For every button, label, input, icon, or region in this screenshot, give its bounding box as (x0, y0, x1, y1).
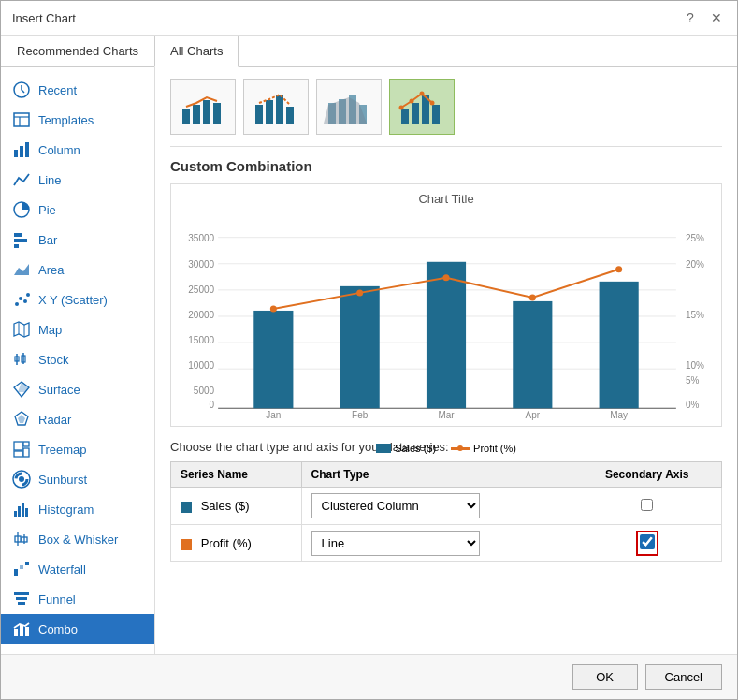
sidebar-item-line[interactable]: Line (1, 165, 154, 195)
profit-chart-type-select[interactable]: Clustered Column Line Stacked Column Are… (311, 531, 480, 556)
svg-rect-44 (25, 562, 29, 565)
main-panel: Custom Combination Chart Title 35000 300… (155, 67, 737, 654)
sidebar-item-recent[interactable]: Recent (1, 75, 154, 105)
svg-text:10%: 10% (686, 360, 704, 371)
area-icon (12, 260, 31, 279)
svg-marker-16 (14, 322, 29, 337)
map-icon (12, 320, 31, 339)
svg-text:30000: 30000 (188, 259, 214, 270)
combo-type-custom-button[interactable] (389, 79, 455, 135)
svg-text:0%: 0% (686, 400, 700, 410)
box-whisker-icon (12, 530, 31, 548)
svg-rect-37 (25, 508, 28, 517)
svg-rect-49 (20, 625, 23, 636)
close-button[interactable]: ✕ (707, 8, 726, 27)
combo-type-3-button[interactable] (316, 79, 382, 135)
waterfall-icon (12, 560, 31, 578)
sidebar-label-histogram: Histogram (38, 503, 94, 517)
sidebar-item-area[interactable]: Area (1, 255, 154, 284)
dialog-title: Insert Chart (12, 11, 76, 25)
chart-section-title: Custom Combination (170, 158, 722, 174)
sidebar-item-stock[interactable]: Stock (1, 344, 154, 374)
svg-rect-58 (286, 107, 294, 124)
sidebar-item-radar[interactable]: Radar (1, 404, 154, 434)
chart-title: Chart Title (179, 192, 714, 206)
svg-text:35000: 35000 (188, 233, 214, 243)
sidebar-label-surface: Surface (38, 383, 80, 397)
sidebar-item-box-whisker[interactable]: Box & Whisker (1, 524, 154, 554)
sidebar-item-combo[interactable]: Combo (1, 614, 154, 644)
bar-mar (427, 262, 466, 409)
svg-text:Jan: Jan (266, 410, 281, 420)
sidebar-item-waterfall[interactable]: Waterfall (1, 554, 154, 584)
bar-jan (253, 311, 293, 408)
chart-preview: Chart Title 35000 30000 25000 20000 1500… (170, 183, 722, 427)
sidebar-item-bar[interactable]: Bar (1, 225, 154, 255)
sidebar-item-surface[interactable]: Surface (1, 374, 154, 404)
sidebar-item-pie[interactable]: Pie (1, 195, 154, 225)
sidebar-label-xy-scatter: X Y (Scatter) (38, 293, 108, 307)
svg-text:20%: 20% (686, 259, 704, 270)
sidebar-item-funnel[interactable]: Funnel (1, 584, 154, 614)
sidebar-item-xy-scatter[interactable]: X Y (Scatter) (1, 284, 154, 314)
svg-rect-47 (18, 602, 25, 605)
sidebar-label-box-whisker: Box & Whisker (38, 532, 118, 547)
funnel-icon (12, 590, 31, 608)
svg-text:20000: 20000 (188, 310, 214, 320)
title-bar: Insert Chart ? ✕ (1, 1, 737, 36)
sidebar: Recent Templates Column Line (1, 67, 155, 654)
legend-sales: Sales ($) (376, 443, 436, 454)
sales-secondary-axis-checkbox[interactable] (641, 499, 653, 511)
recent-icon (12, 80, 31, 99)
svg-point-69 (409, 98, 413, 103)
column-icon (12, 140, 31, 159)
sidebar-item-histogram[interactable]: Histogram (1, 494, 154, 524)
svg-rect-64 (401, 109, 409, 124)
sidebar-label-waterfall: Waterfall (38, 562, 86, 576)
svg-rect-9 (14, 239, 27, 242)
sidebar-label-combo: Combo (38, 622, 78, 636)
sidebar-item-map[interactable]: Map (1, 314, 154, 344)
sidebar-item-column[interactable]: Column (1, 135, 154, 165)
ok-button[interactable]: OK (572, 664, 638, 690)
sidebar-item-treemap[interactable]: Treemap (1, 434, 154, 464)
tab-all-charts[interactable]: All Charts (154, 36, 239, 67)
combo-type-1-button[interactable] (170, 79, 236, 135)
svg-point-15 (26, 293, 30, 297)
sidebar-label-bar: Bar (38, 233, 57, 247)
svg-rect-5 (20, 146, 23, 157)
cancel-button[interactable]: Cancel (645, 664, 722, 690)
help-button[interactable]: ? (681, 8, 700, 27)
combo-type-2-button[interactable] (243, 79, 309, 135)
sidebar-item-sunburst[interactable]: Sunburst (1, 464, 154, 494)
sales-chart-type-select[interactable]: Clustered Column Line Stacked Column Are… (311, 493, 480, 518)
svg-text:5%: 5% (686, 375, 700, 386)
profit-series-label: Profit (%) (201, 536, 252, 550)
sidebar-label-templates: Templates (38, 113, 94, 127)
svg-rect-65 (412, 103, 419, 124)
bar-feb (340, 286, 380, 408)
svg-rect-52 (193, 105, 200, 124)
sidebar-label-sunburst: Sunburst (38, 473, 87, 487)
svg-text:25%: 25% (686, 233, 704, 243)
svg-point-71 (429, 100, 434, 105)
svg-text:5000: 5000 (194, 386, 215, 396)
profit-color-dot (181, 539, 192, 550)
tab-recommended[interactable]: Recommended Charts (1, 36, 154, 66)
dialog-footer: OK Cancel (1, 654, 737, 699)
series-config-table: Series Name Chart Type Secondary Axis Sa… (170, 461, 722, 562)
col-secondary-axis: Secondary Axis (572, 462, 722, 488)
svg-point-68 (398, 105, 403, 109)
svg-point-70 (419, 91, 424, 95)
profit-point-jan (270, 305, 277, 312)
legend-sales-color (376, 444, 391, 453)
profit-point-feb (356, 289, 363, 296)
sidebar-item-templates[interactable]: Templates (1, 105, 154, 135)
svg-text:25000: 25000 (188, 284, 214, 295)
svg-rect-45 (14, 592, 29, 595)
profit-secondary-axis-checkbox[interactable] (640, 534, 655, 549)
treemap-icon (12, 440, 31, 459)
svg-rect-8 (14, 233, 22, 237)
templates-icon (12, 110, 31, 129)
line-icon (12, 170, 31, 189)
